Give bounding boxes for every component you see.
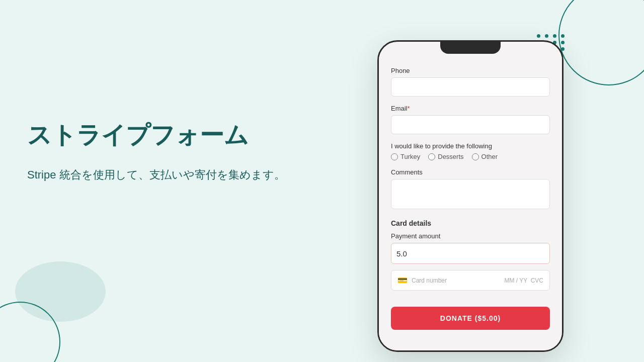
card-expiry-cvc: MM / YY CVC — [504, 277, 543, 284]
page-title: ストライプフォーム — [27, 121, 309, 150]
radio-desserts[interactable]: Desserts — [428, 153, 463, 160]
radio-label-desserts: Desserts — [438, 153, 463, 160]
comments-input[interactable] — [391, 179, 550, 209]
phone-mockup: Phone Email* I would like to provide the… — [377, 40, 564, 352]
payment-amount-label: Payment amount — [391, 232, 550, 240]
provide-label: I would like to provide the following — [391, 142, 550, 150]
radio-input-turkey[interactable] — [391, 153, 398, 160]
donate-button[interactable]: DONATE ($5.00) — [391, 307, 550, 330]
card-icon: 💳 — [397, 276, 408, 285]
radio-label-turkey: Turkey — [400, 153, 420, 160]
radio-turkey[interactable]: Turkey — [391, 153, 420, 160]
phone-label: Phone — [391, 67, 550, 74]
phone-notch — [440, 42, 501, 54]
decorative-blob-left — [15, 261, 106, 322]
left-content-area: ストライプフォーム Stripe 統合を使用して、支払いや寄付を集めます。 — [27, 121, 309, 184]
email-label: Email* — [391, 105, 550, 112]
page-subtitle: Stripe 統合を使用して、支払いや寄付を集めます。 — [27, 166, 309, 184]
card-details-group: Card details Payment amount 5.0 💳 Card n… — [391, 219, 550, 291]
email-input[interactable] — [391, 115, 550, 134]
radio-input-desserts[interactable] — [428, 153, 435, 160]
card-number-placeholder: Card number — [412, 277, 500, 284]
phone-content: Phone Email* I would like to provide the… — [379, 57, 562, 350]
comments-field-group: Comments — [391, 168, 550, 211]
payment-amount-value: 5.0 — [396, 249, 407, 258]
decorative-circle-top-right — [558, 0, 644, 85]
card-number-row[interactable]: 💳 Card number MM / YY CVC — [391, 270, 550, 291]
phone-field-group: Phone — [391, 67, 550, 97]
radio-group: Turkey Desserts Other — [391, 153, 550, 160]
provide-following-group: I would like to provide the following Tu… — [391, 142, 550, 160]
radio-input-other[interactable] — [472, 153, 479, 160]
phone-input[interactable] — [391, 77, 550, 97]
email-field-group: Email* — [391, 105, 550, 134]
radio-label-other: Other — [481, 153, 498, 160]
card-details-label: Card details — [391, 219, 550, 227]
radio-other[interactable]: Other — [472, 153, 498, 160]
payment-amount-field[interactable]: 5.0 — [391, 243, 550, 264]
comments-label: Comments — [391, 168, 550, 176]
